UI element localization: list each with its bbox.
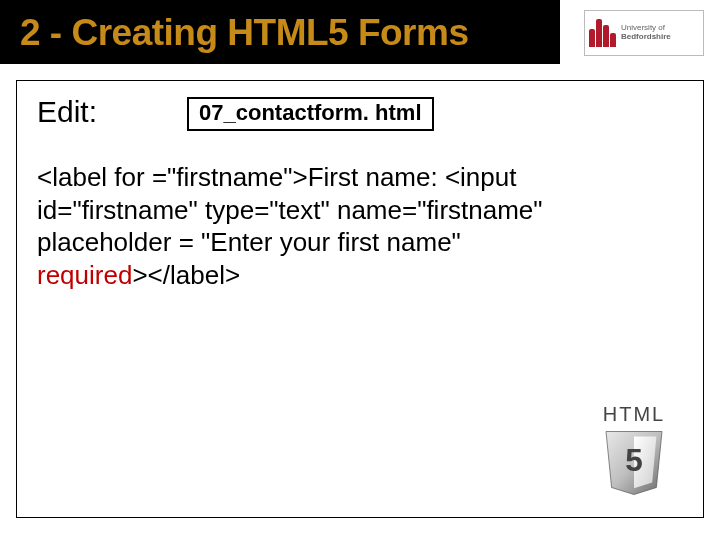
slide-title: 2 - Creating HTML5 Forms [0,0,560,64]
html5-badge: HTML 5 [579,403,689,503]
code-required-keyword: required [37,260,132,290]
logo-line2: Bedfordshire [621,33,671,42]
html5-shield-icon: 5 [595,428,673,498]
code-line-4: required></label> [37,259,677,292]
code-snippet: <label for ="firstname">First name: <inp… [37,161,677,291]
university-logo: University of Bedfordshire [584,10,704,56]
file-name-badge: 07_contactform. html [187,97,434,131]
html5-badge-text: HTML [579,403,689,426]
code-line-1: <label for ="firstname">First name: <inp… [37,161,677,194]
edit-label: Edit: [37,95,97,129]
logo-mark-icon [589,19,616,47]
code-line-2: id="firstname" type="text" name="firstna… [37,194,677,227]
logo-text: University of Bedfordshire [621,24,671,42]
code-line-3: placeholder = "Enter your first name" [37,226,677,259]
html5-shield-number: 5 [625,442,643,478]
code-line-4-rest: ></label> [132,260,240,290]
content-panel: Edit: 07_contactform. html <label for ="… [16,80,704,518]
